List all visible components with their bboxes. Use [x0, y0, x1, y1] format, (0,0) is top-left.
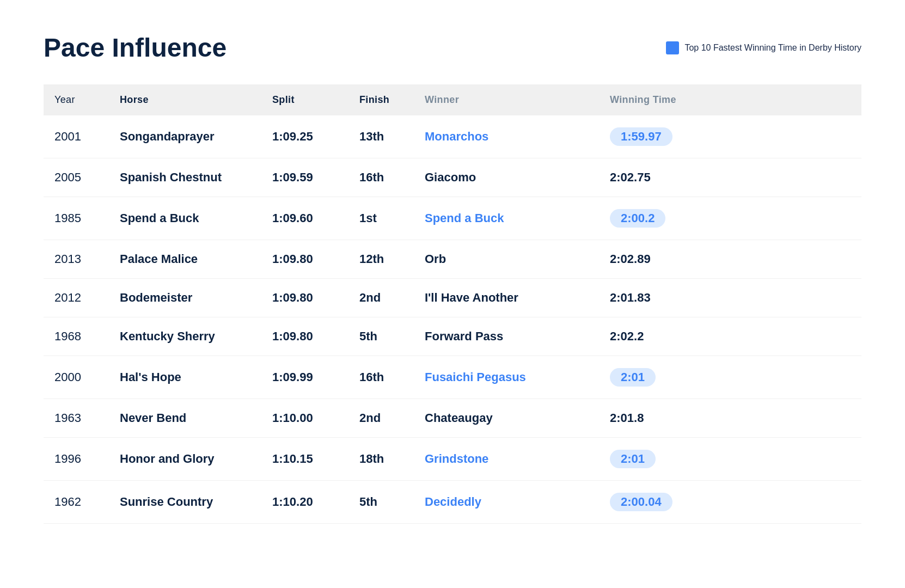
time-badge: 1:59.97 [610, 127, 672, 146]
header-area: Pace Influence Top 10 Fastest Winning Ti… [44, 33, 861, 63]
cell-horse: Hal's Hope [109, 356, 261, 399]
cell-split: 1:09.80 [261, 317, 348, 356]
cell-finish: 13th [348, 115, 414, 158]
table-row: 1962Sunrise Country1:10.205thDecidedly2:… [44, 481, 861, 524]
table-row: 2005Spanish Chestnut1:09.5916thGiacomo2:… [44, 158, 861, 197]
page-title: Pace Influence [44, 33, 227, 63]
cell-winning-time: 2:01 [599, 438, 861, 481]
cell-split: 1:09.80 [261, 279, 348, 317]
legend-color-box [666, 41, 679, 54]
cell-horse: Spanish Chestnut [109, 158, 261, 197]
time-value: 2:01.8 [610, 411, 644, 425]
cell-winning-time: 2:02.2 [599, 317, 861, 356]
cell-finish: 2nd [348, 279, 414, 317]
cell-winner: Forward Pass [414, 317, 599, 356]
table-row: 2012Bodemeister1:09.802ndI'll Have Anoth… [44, 279, 861, 317]
cell-winner: Monarchos [414, 115, 599, 158]
time-value: 2:02.75 [610, 170, 651, 184]
cell-year: 2012 [44, 279, 109, 317]
cell-winning-time: 2:01.8 [599, 399, 861, 438]
cell-finish: 18th [348, 438, 414, 481]
cell-split: 1:09.60 [261, 197, 348, 240]
cell-finish: 2nd [348, 399, 414, 438]
col-header-winning-time: Winning Time [599, 84, 861, 115]
cell-year: 1962 [44, 481, 109, 524]
time-badge: 2:00.04 [610, 493, 672, 511]
table-row: 2001Songandaprayer1:09.2513thMonarchos1:… [44, 115, 861, 158]
col-header-horse: Horse [109, 84, 261, 115]
cell-winner: Spend a Buck [414, 197, 599, 240]
cell-winner: Decidedly [414, 481, 599, 524]
cell-winning-time: 2:00.04 [599, 481, 861, 524]
table-row: 1963Never Bend1:10.002ndChateaugay2:01.8 [44, 399, 861, 438]
time-badge: 2:01 [610, 368, 656, 387]
cell-winning-time: 2:02.75 [599, 158, 861, 197]
cell-year: 2001 [44, 115, 109, 158]
time-value: 2:01.83 [610, 291, 651, 304]
col-header-finish: Finish [348, 84, 414, 115]
cell-winner: Chateaugay [414, 399, 599, 438]
cell-winner: Grindstone [414, 438, 599, 481]
cell-finish: 16th [348, 158, 414, 197]
cell-winner: Fusaichi Pegasus [414, 356, 599, 399]
data-table: Year Horse Split Finish Winner Winning T… [44, 84, 861, 524]
table-body: 2001Songandaprayer1:09.2513thMonarchos1:… [44, 115, 861, 524]
legend: Top 10 Fastest Winning Time in Derby His… [666, 41, 861, 54]
cell-horse: Palace Malice [109, 240, 261, 279]
cell-winning-time: 2:01 [599, 356, 861, 399]
cell-horse: Never Bend [109, 399, 261, 438]
cell-year: 1963 [44, 399, 109, 438]
cell-winner: I'll Have Another [414, 279, 599, 317]
cell-split: 1:09.25 [261, 115, 348, 158]
time-badge: 2:01 [610, 450, 656, 468]
cell-horse: Kentucky Sherry [109, 317, 261, 356]
cell-finish: 5th [348, 481, 414, 524]
cell-year: 1996 [44, 438, 109, 481]
table-header: Year Horse Split Finish Winner Winning T… [44, 84, 861, 115]
table-row: 1996Honor and Glory1:10.1518thGrindstone… [44, 438, 861, 481]
col-header-year: Year [44, 84, 109, 115]
cell-winner: Giacomo [414, 158, 599, 197]
cell-year: 2013 [44, 240, 109, 279]
cell-finish: 12th [348, 240, 414, 279]
cell-winning-time: 1:59.97 [599, 115, 861, 158]
cell-finish: 16th [348, 356, 414, 399]
cell-split: 1:10.15 [261, 438, 348, 481]
cell-finish: 5th [348, 317, 414, 356]
table-row: 2000Hal's Hope1:09.9916thFusaichi Pegasu… [44, 356, 861, 399]
col-header-split: Split [261, 84, 348, 115]
cell-horse: Spend a Buck [109, 197, 261, 240]
header-row: Year Horse Split Finish Winner Winning T… [44, 84, 861, 115]
cell-horse: Bodemeister [109, 279, 261, 317]
cell-year: 2000 [44, 356, 109, 399]
cell-finish: 1st [348, 197, 414, 240]
cell-horse: Sunrise Country [109, 481, 261, 524]
cell-year: 2005 [44, 158, 109, 197]
cell-split: 1:09.80 [261, 240, 348, 279]
cell-horse: Songandaprayer [109, 115, 261, 158]
cell-winner: Orb [414, 240, 599, 279]
cell-winning-time: 2:00.2 [599, 197, 861, 240]
cell-split: 1:09.59 [261, 158, 348, 197]
cell-horse: Honor and Glory [109, 438, 261, 481]
time-value: 2:02.2 [610, 329, 644, 343]
col-header-winner: Winner [414, 84, 599, 115]
cell-year: 1985 [44, 197, 109, 240]
cell-split: 1:10.00 [261, 399, 348, 438]
legend-label: Top 10 Fastest Winning Time in Derby His… [684, 43, 861, 53]
time-badge: 2:00.2 [610, 209, 665, 228]
cell-winning-time: 2:01.83 [599, 279, 861, 317]
cell-split: 1:09.99 [261, 356, 348, 399]
cell-split: 1:10.20 [261, 481, 348, 524]
table-row: 1985Spend a Buck1:09.601stSpend a Buck2:… [44, 197, 861, 240]
table-row: 1968Kentucky Sherry1:09.805thForward Pas… [44, 317, 861, 356]
time-value: 2:02.89 [610, 252, 651, 266]
cell-winning-time: 2:02.89 [599, 240, 861, 279]
cell-year: 1968 [44, 317, 109, 356]
table-row: 2013Palace Malice1:09.8012thOrb2:02.89 [44, 240, 861, 279]
